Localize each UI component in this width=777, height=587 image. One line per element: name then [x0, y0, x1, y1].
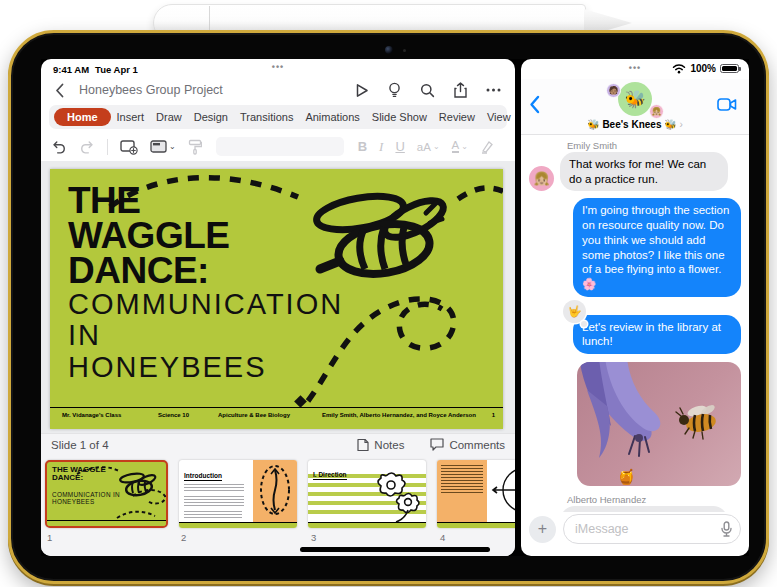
- imessage-input[interactable]: [563, 514, 741, 544]
- footer-authors: Emily Smith, Alberto Hernandez, and Royc…: [322, 412, 476, 418]
- thumbnail-4-text-panel: [437, 460, 487, 522]
- slide-layout-picker[interactable]: ⌄: [150, 140, 176, 153]
- tab-design[interactable]: Design: [188, 109, 234, 125]
- facetime-video-icon[interactable]: [717, 97, 737, 115]
- italic-button[interactable]: I: [379, 139, 383, 155]
- slide-subtitle-text[interactable]: COMMUNICATION IN HONEYBEES: [68, 289, 343, 383]
- thumbnail-2-number: 2: [181, 532, 186, 543]
- sender-label-alberto: Alberto Hernandez: [567, 494, 741, 505]
- toolbar-divider: [107, 139, 108, 155]
- statusbar-right: ••• 100%: [521, 59, 749, 79]
- tapback-reaction[interactable]: 🤟: [563, 300, 586, 323]
- document-title[interactable]: Honeybees Group Project: [79, 83, 355, 97]
- underline-button[interactable]: U: [395, 139, 404, 154]
- share-icon[interactable]: [454, 82, 467, 98]
- battery-icon: [720, 64, 739, 74]
- sender-label-emily: Emily Smith: [567, 140, 741, 151]
- photo-message-bee-flower[interactable]: 🍯: [577, 362, 741, 486]
- slide-counter: Slide 1 of 4: [51, 439, 109, 451]
- footer-subject: Apiculture & Bee Biology: [218, 412, 290, 418]
- tab-transitions[interactable]: Transitions: [234, 109, 299, 125]
- front-sensor: [403, 49, 406, 52]
- font-name-field[interactable]: [216, 137, 344, 156]
- tab-home[interactable]: Home: [54, 108, 111, 126]
- tab-review[interactable]: Review: [433, 109, 481, 125]
- highlighter-icon[interactable]: [480, 140, 494, 154]
- thumbnail-3-footer: [308, 522, 426, 528]
- font-color-button[interactable]: A⌄: [452, 140, 468, 154]
- statusbar-left: 9:41 AM Tue Apr 1 •••: [41, 59, 515, 77]
- messages-app-window: ••• 100% 🐝 🧑🏽 👧🏼: [521, 59, 749, 556]
- bee-flower-photo-art: [577, 362, 741, 486]
- comments-icon: [430, 438, 444, 451]
- slide-thumbnail-4[interactable]: [437, 460, 515, 528]
- status-time: 9:41 AM: [53, 64, 89, 75]
- text-case-button[interactable]: aA⌄: [417, 141, 440, 153]
- multitasking-dots-right[interactable]: •••: [629, 63, 641, 73]
- group-detail-chevron: ›: [680, 119, 683, 130]
- notes-button[interactable]: Notes: [357, 438, 404, 452]
- play-slideshow-icon[interactable]: [355, 83, 369, 98]
- slide-thumbnail-2[interactable]: Introduction: [179, 460, 297, 528]
- slide-status-row: Slide 1 of 4 Notes Comments: [41, 433, 515, 455]
- group-member-avatar-2: 👧🏼: [649, 104, 664, 119]
- bold-button[interactable]: B: [358, 139, 367, 154]
- slide-1-editor[interactable]: THE WAGGLE DANCE: COMMUNICATION IN HONEY…: [50, 169, 503, 429]
- back-chevron-icon[interactable]: [55, 83, 71, 98]
- composer-plus-button[interactable]: +: [529, 516, 556, 543]
- home-indicator[interactable]: [300, 547, 490, 552]
- battery-percent: 100%: [690, 63, 716, 74]
- message-bubble-me-photos[interactable]: I'm going through the section on resourc…: [573, 198, 741, 296]
- tapback-dot: [581, 321, 587, 327]
- thumbnail-3-heading: I. Direction: [313, 471, 347, 480]
- group-avatar: 🐝: [618, 82, 652, 116]
- powerpoint-nav-bar: Honeybees Group Project: [41, 77, 515, 103]
- conversation-scroll-area[interactable]: Emily Smith 👧🏼 That works for me! We can…: [521, 135, 749, 512]
- slide-thumbnail-1[interactable]: THE WAGGLE DANCE: COMMUNICATION IN HONEY…: [45, 460, 168, 528]
- honey-pot-sticker: 🍯: [617, 468, 636, 486]
- designer-lightbulb-icon[interactable]: [388, 82, 401, 98]
- message-bubble-me-library[interactable]: Let's review in the library at lunch!: [573, 315, 741, 354]
- thumbnail-1-footer: [47, 520, 166, 526]
- notes-icon: [357, 438, 369, 452]
- new-slide-icon[interactable]: [120, 139, 138, 155]
- format-painter-icon[interactable]: [188, 139, 202, 155]
- more-ellipsis-icon[interactable]: [486, 88, 501, 92]
- slide-canvas: THE WAGGLE DANCE: COMMUNICATION IN HONEY…: [41, 161, 515, 433]
- group-member-avatar-1: 🧑🏽: [606, 83, 621, 98]
- powerpoint-app-window: 9:41 AM Tue Apr 1 ••• Honeybees Group Pr…: [41, 59, 515, 556]
- group-name-label[interactable]: 🐝 Bee's Knees 🐝 ›: [521, 119, 749, 130]
- tab-draw[interactable]: Draw: [150, 109, 188, 125]
- redo-icon[interactable]: [79, 139, 95, 155]
- slide-thumbnail-3[interactable]: I. Direction: [308, 460, 426, 528]
- multitasking-dots-left[interactable]: •••: [272, 62, 284, 72]
- tab-view[interactable]: View: [481, 109, 515, 125]
- thumbnail-4-circle-diagram: [489, 464, 515, 520]
- nav-action-icons: [355, 82, 501, 98]
- footer-class: Mr. Vidanage's Class: [62, 412, 121, 418]
- thumbnail-strip: THE WAGGLE DANCE: COMMUNICATION IN HONEY…: [41, 455, 515, 556]
- messages-header: 🐝 🧑🏽 👧🏼 🐝 Bee's Knees 🐝 ›: [521, 79, 749, 135]
- thumbnail-1-number: 1: [47, 532, 52, 543]
- undo-icon[interactable]: [51, 139, 67, 155]
- tab-animations[interactable]: Animations: [299, 109, 365, 125]
- tab-insert[interactable]: Insert: [111, 109, 151, 125]
- comments-button[interactable]: Comments: [430, 438, 505, 451]
- ipad-body: 9:41 AM Tue Apr 1 ••• Honeybees Group Pr…: [8, 30, 769, 584]
- search-icon[interactable]: [420, 83, 435, 98]
- formatting-toolbar: ⌄ B I U aA⌄ A⌄: [41, 132, 515, 161]
- dictation-mic-icon[interactable]: [721, 521, 732, 541]
- thumbnail-2-diagram-panel: [253, 460, 297, 522]
- slide-title-text[interactable]: THE WAGGLE DANCE:: [68, 183, 229, 288]
- avatar-emily[interactable]: 👧🏼: [529, 166, 554, 191]
- messages-back-chevron-icon[interactable]: [529, 95, 540, 118]
- group-avatar-cluster[interactable]: 🐝 🧑🏽 👧🏼: [608, 82, 662, 120]
- ipad-screen: 9:41 AM Tue Apr 1 ••• Honeybees Group Pr…: [41, 59, 749, 556]
- tab-slide-show[interactable]: Slide Show: [366, 109, 433, 125]
- message-bubble-emily[interactable]: That works for me! We can do a practice …: [560, 152, 728, 191]
- wifi-icon: [672, 63, 686, 74]
- footer-page-number: 1: [492, 412, 495, 418]
- thumbnail-3-number: 3: [311, 532, 316, 543]
- thumbnail-4-number: 4: [440, 532, 445, 543]
- thumbnail-2-footer: [179, 522, 297, 528]
